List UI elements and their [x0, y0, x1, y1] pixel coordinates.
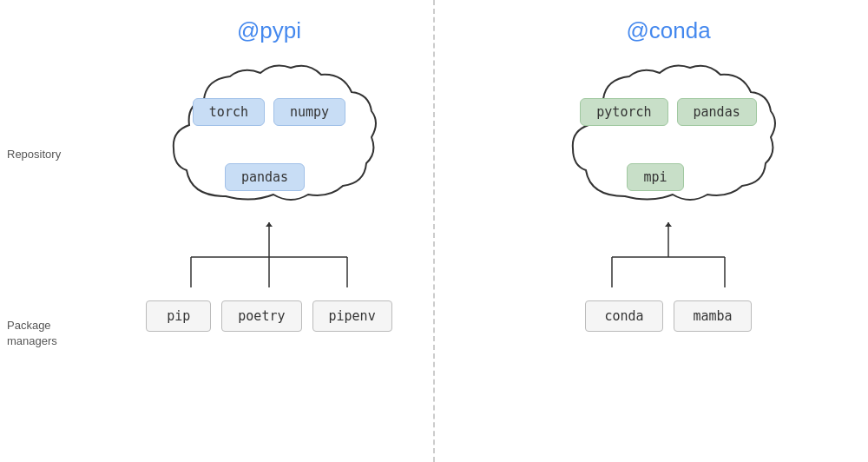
conda-packages: pytorch pandas mpi [556, 57, 781, 222]
conda-pm-row: conda mamba [585, 300, 752, 332]
main-container: Repository Package managers @pypi torch … [0, 0, 868, 462]
pkg-pytorch: pytorch [580, 98, 667, 126]
pkg-mpi: mpi [627, 163, 683, 191]
pypi-connector-svg [156, 222, 382, 300]
conda-connector-svg [556, 222, 781, 300]
pypi-title: @pypi [237, 17, 301, 44]
conda-connectors [556, 222, 781, 300]
pypi-panel: @pypi torch numpy pandas [0, 0, 469, 462]
pkg-pandas-conda: pandas [677, 98, 757, 126]
pkg-torch: torch [193, 98, 265, 126]
conda-cloud: pytorch pandas mpi [556, 57, 781, 222]
pypi-cloud: torch numpy pandas [156, 57, 382, 222]
pm-pipenv: pipenv [312, 300, 392, 332]
pypi-connectors [156, 222, 382, 300]
pm-conda: conda [585, 300, 663, 332]
pm-pip: pip [146, 300, 211, 332]
pm-mamba: mamba [674, 300, 752, 332]
pypi-packages: torch numpy pandas [156, 57, 382, 222]
conda-panel: @conda pytorch pandas mpi conda [469, 0, 868, 462]
conda-title: @conda [626, 17, 710, 44]
svg-marker-10 [665, 222, 672, 227]
pkg-numpy: numpy [273, 98, 345, 126]
pypi-pm-row: pip poetry pipenv [146, 300, 391, 332]
pm-poetry: poetry [221, 300, 301, 332]
svg-marker-5 [266, 222, 273, 227]
pkg-pandas-pypi: pandas [225, 163, 305, 191]
